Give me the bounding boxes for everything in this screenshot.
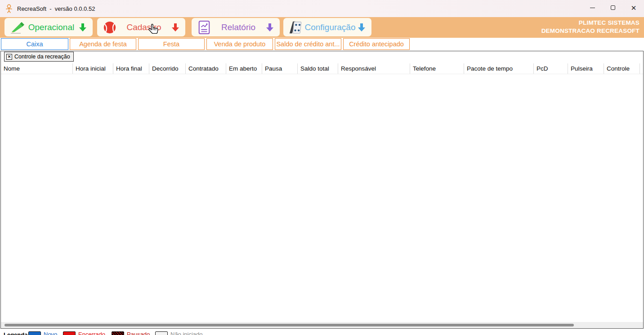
- column-header-nome[interactable]: Nome: [1, 63, 73, 74]
- column-header-controle[interactable]: Controle: [604, 63, 640, 74]
- minimize-button[interactable]: [582, 0, 603, 15]
- dropdown-arrow-icon: [356, 22, 367, 33]
- legend-swatch-gray: [155, 331, 168, 335]
- tab-control: ✕ Controle da recreação Nome Hora inicia…: [0, 51, 644, 329]
- column-header-telefone[interactable]: Telefone: [410, 63, 464, 74]
- subtab-venda-de-produto[interactable]: Venda de produto: [206, 38, 273, 50]
- brand-line2: DEMONSTRACAO RECREASOFT: [541, 27, 640, 35]
- maximize-icon: [611, 5, 615, 10]
- tab-label: Controle da recreação: [14, 54, 70, 60]
- gingerbread-app-icon: [5, 4, 13, 13]
- column-header-pcd[interactable]: PcD: [534, 63, 568, 74]
- horizontal-scrollbar[interactable]: [1, 322, 643, 328]
- maximize-button[interactable]: [603, 0, 623, 15]
- ribbon-menu: Operacional Cadastro Relatório: [0, 17, 644, 38]
- column-header-saldo-total[interactable]: Saldo total: [298, 63, 338, 74]
- report-icon: [196, 20, 212, 35]
- column-header-pausa[interactable]: Pausa: [262, 63, 298, 74]
- scrollbar-thumb[interactable]: [4, 324, 574, 326]
- dropdown-arrow-icon: [264, 22, 275, 33]
- legend-title: Legenda:: [4, 331, 30, 335]
- grid-body-empty: [1, 74, 643, 322]
- dropdown-arrow-icon: [77, 22, 88, 33]
- legend-row: Legenda: Novo Encerrado Pausado Não inic…: [0, 330, 644, 335]
- dropdown-arrow-icon: [170, 22, 181, 33]
- menu-label: Operacional: [25, 22, 77, 32]
- subtab-saldo-de-credito[interactable]: Saldo de crédito ant...: [275, 38, 341, 50]
- column-header-hora-inicial[interactable]: Hora inicial: [73, 63, 113, 74]
- menu-operacional[interactable]: Operacional: [4, 18, 93, 36]
- subtab-credito-antecipado[interactable]: Crédito antecipado: [343, 38, 410, 50]
- tab-controle-da-recreacao[interactable]: ✕ Controle da recreação: [4, 52, 74, 62]
- column-header-decorrido[interactable]: Decorrido: [149, 63, 186, 74]
- grid-header-row: Nome Hora inicial Hora final Decorrido C…: [1, 63, 643, 74]
- brand-line1: PLIMTEC SISTEMAS: [541, 19, 640, 27]
- subtab-agenda-de-festa[interactable]: Agenda de festa: [70, 38, 136, 50]
- subtab-festa[interactable]: Festa: [138, 38, 205, 50]
- domino-icon: [288, 20, 304, 35]
- column-header-contratado[interactable]: Contratado: [186, 63, 226, 74]
- menu-label: Relatório: [212, 22, 264, 32]
- legend-item: Encerrado: [63, 331, 105, 335]
- legend-swatch-blue: [28, 331, 41, 335]
- window-title: RecreaSoft - versão 0.0.0.52: [17, 5, 95, 12]
- close-button[interactable]: ✕: [623, 0, 644, 15]
- legend-swatch-red: [63, 331, 76, 335]
- column-header-responsavel[interactable]: Responsável: [338, 63, 410, 74]
- titlebar: RecreaSoft - versão 0.0.0.52 ✕: [0, 0, 644, 17]
- marker-icon: [9, 20, 25, 35]
- column-header-pacote-de-tempo[interactable]: Pacote de tempo: [464, 63, 534, 74]
- close-icon: ✕: [631, 4, 637, 11]
- menu-label: Cadastro: [118, 22, 170, 32]
- menu-relatorio[interactable]: Relatório: [192, 18, 280, 36]
- legend-item: Novo: [28, 331, 57, 335]
- menu-configuracao[interactable]: Configuração: [283, 18, 371, 36]
- legend-item: Não iniciado: [155, 331, 203, 335]
- minimize-icon: [590, 8, 595, 8]
- legend-item: Pausado: [112, 331, 150, 335]
- column-header-pulseira[interactable]: Pulseira: [568, 63, 604, 74]
- column-header-em-aberto[interactable]: Em aberto: [226, 63, 262, 74]
- ball-icon: [102, 20, 118, 35]
- legend-swatch-hatched: [112, 331, 124, 335]
- menu-cadastro[interactable]: Cadastro: [97, 18, 185, 36]
- sub-button-row: Caixa Agenda de festa Festa Venda de pro…: [0, 38, 644, 51]
- brand-text: PLIMTEC SISTEMAS DEMONSTRACAO RECREASOFT: [541, 19, 640, 35]
- subtab-caixa[interactable]: Caixa: [1, 38, 68, 50]
- column-header-hora-final[interactable]: Hora final: [113, 63, 149, 74]
- tab-close-icon[interactable]: ✕: [6, 54, 12, 60]
- menu-label: Configuração: [304, 22, 356, 32]
